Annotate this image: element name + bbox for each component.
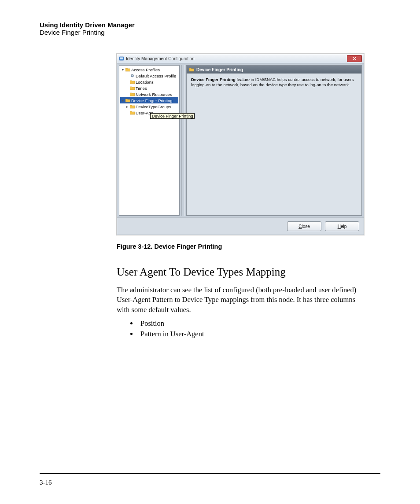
figure-caption: Figure 3-12. Device Finger Printing [117,243,363,250]
folder-icon [125,67,130,72]
folder-icon [130,92,135,96]
tree-node-default-access-profile[interactable]: Default Access Profile [120,73,178,79]
tree-pane[interactable]: ▾ Access Profiles Default Access Profile [119,65,180,216]
tree-label: Locations [136,80,154,85]
button-bar: Close Help [117,217,364,235]
tree-node-device-finger-printing[interactable]: ▾ Device Finger Printing [120,97,178,103]
help-button[interactable]: Help [325,221,359,231]
detail-heading-text: Device Finger Printing [196,67,243,72]
window-close-button[interactable] [347,55,362,62]
folder-icon [130,110,135,115]
detail-pane: Device Finger Printing Device Finger Pri… [186,65,362,216]
page-number: 3-16 [40,479,52,486]
splitter[interactable] [181,65,184,216]
folder-icon [130,80,135,84]
titlebar-left: Identity Management Configuration [119,56,195,61]
tooltip: Device Finger Printing [150,113,195,119]
header-subtitle: Device Finger Printing [40,29,380,36]
svg-point-3 [132,75,133,76]
tree-label: Network Resources [136,92,172,97]
tree-label: DeviceTypeGroups [136,104,171,109]
tree-label: Access Profiles [131,67,160,72]
tree-node-network-resources[interactable]: Network Resources [120,91,178,97]
app-icon [119,56,124,61]
tree-label: Times [136,86,147,91]
footer-rule [40,473,380,474]
section-heading: User Agent To Device Types Mapping [117,266,363,278]
tree-node-device-type-groups[interactable]: ▸ DeviceTypeGroups [120,103,178,110]
detail-description: Device Finger Printing feature in IDM/SN… [187,74,361,91]
folder-icon [130,104,135,109]
config-dialog: Identity Management Configuration ▾ Acce… [117,54,364,235]
expand-arrow-icon[interactable]: ▾ [121,68,125,72]
dialog-body: ▾ Access Profiles Default Access Profile [117,63,364,217]
tree-node-times[interactable]: Times [120,85,178,91]
tree-label: Default Access Profile [136,74,176,78]
gear-icon [130,74,135,78]
detail-header: Device Finger Printing [187,66,361,74]
folder-open-icon [125,98,130,103]
detail-bold-text: Device Finger Printing [191,77,236,82]
svg-rect-1 [120,58,123,59]
page-header: Using Identity Driven Manager Device Fin… [40,21,380,36]
dialog-title: Identity Management Configuration [126,56,195,61]
folder-icon [130,86,135,90]
header-title: Using Identity Driven Manager [40,21,380,29]
folder-open-icon [189,67,194,72]
body-paragraph: The administrator can see the list of co… [117,285,363,315]
close-button[interactable]: Close [287,221,321,231]
list-item: Position [138,319,363,328]
tree-node-locations[interactable]: Locations [120,79,178,85]
bullet-list: Position Pattern in User-Agent [117,319,363,338]
expand-arrow-icon[interactable]: ▾ [121,99,125,103]
expand-arrow-icon[interactable]: ▸ [125,105,129,109]
titlebar[interactable]: Identity Management Configuration [117,54,364,63]
list-item: Pattern in User-Agent [138,330,363,338]
tree-label: Device Finger Printing [131,98,172,103]
tree-node-access-profiles[interactable]: ▾ Access Profiles [120,66,178,73]
